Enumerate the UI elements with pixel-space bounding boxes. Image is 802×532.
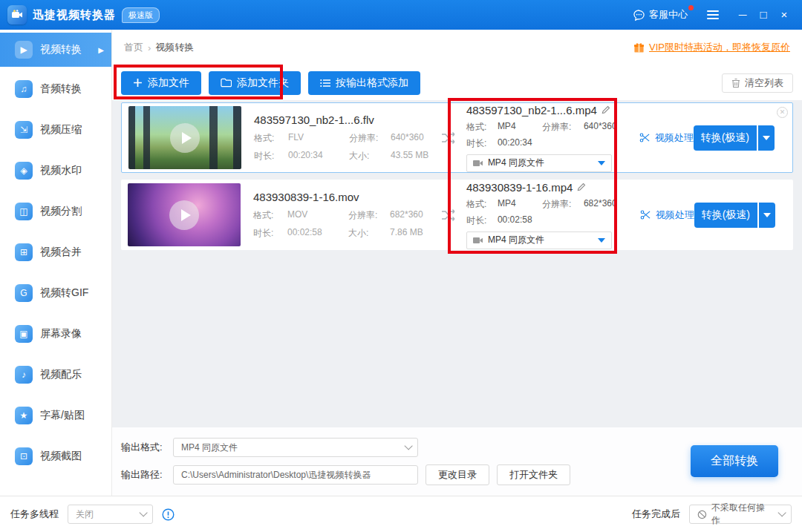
sidebar-item-video-snapshot[interactable]: ⊡ 视频截图 [0, 438, 111, 475]
breadcrumb-home[interactable]: 首页 [124, 41, 143, 54]
output-profile-dropdown[interactable]: MP4 同原文件 [466, 231, 612, 249]
scissors-icon [640, 209, 651, 220]
prohibition-icon [697, 510, 707, 519]
convert-options-caret[interactable] [759, 203, 775, 228]
source-filename: 483930839-1-16.mov [253, 191, 434, 203]
output-path-input[interactable] [173, 465, 418, 485]
video-convert-icon: ▶ [15, 41, 33, 59]
chevron-down-icon [778, 508, 786, 516]
output-format: MP4 [498, 121, 542, 134]
convert-button[interactable]: 转换(极速) [694, 125, 775, 151]
output-resolution: 640*360 [584, 121, 626, 134]
sidebar-item-video-merge[interactable]: ⊞ 视频合并 [0, 234, 111, 271]
add-file-button[interactable]: 添加文件 [121, 71, 201, 95]
video-compress-icon: ⇲ [15, 121, 33, 139]
audio-convert-icon: ♫ [15, 80, 33, 98]
file-list: 483597130_nb2-1...6.flv 格式:FLV 分辨率:640*3… [112, 100, 802, 427]
output-settings-panel: 输出格式: MP4 同原文件 输出路径: 更改目录 打开文件夹 全部转换 [112, 427, 802, 496]
sidebar-item-screen-record[interactable]: ▣ 屏幕录像 [0, 315, 111, 352]
output-format: MP4 [498, 198, 542, 211]
titlebar: 迅捷视频转换器 极速版 客服中心 ─ □ × [0, 0, 802, 30]
folder-icon [221, 78, 232, 88]
menu-icon[interactable] [707, 8, 719, 22]
video-split-icon: ◫ [15, 203, 33, 220]
sidebar-item-video-convert[interactable]: ▶ 视频转换 ▶ [0, 33, 111, 67]
sidebar-item-video-watermark[interactable]: ◈ 视频水印 [0, 152, 111, 189]
play-icon[interactable] [170, 123, 200, 153]
breadcrumb: 首页 › 视频转换 VIP限时特惠活动，即将恢复原价 [112, 30, 802, 65]
video-process-link[interactable]: 视频处理 [639, 131, 694, 145]
sidebar-item-audio-convert[interactable]: ♫ 音频转换 [0, 70, 111, 108]
vip-promo-link[interactable]: VIP限时特惠活动，即将恢复原价 [633, 41, 790, 54]
customer-service-button[interactable]: 客服中心 [633, 8, 688, 22]
video-merge-icon: ⊞ [15, 243, 33, 261]
list-icon [320, 79, 330, 88]
camera-icon [473, 237, 483, 244]
output-profile-dropdown[interactable]: MP4 同原文件 [466, 154, 612, 172]
source-resolution: 682*360 [390, 209, 434, 222]
chevron-right-icon: ▶ [98, 46, 104, 54]
convert-options-caret[interactable] [758, 125, 775, 151]
video-thumbnail-1[interactable] [128, 106, 241, 169]
output-info: 483930839-1-16.mp4 格式:MP4 分辨率:682*360 时长… [466, 181, 627, 249]
sidebar-item-video-compress[interactable]: ⇲ 视频压缩 [0, 111, 111, 148]
output-format-select[interactable]: MP4 同原文件 [173, 438, 418, 457]
edition-badge: 极速版 [122, 7, 160, 23]
convert-arrows-icon [434, 131, 463, 145]
toolbar: 添加文件 添加文件夹 按输出格式添加 清空列表 [112, 65, 802, 100]
edit-filename-icon[interactable] [602, 105, 610, 114]
info-icon[interactable] [162, 508, 175, 521]
output-resolution: 682*360 [584, 198, 627, 211]
convert-button[interactable]: 转换(极速) [694, 203, 775, 228]
output-info: 483597130_nb2-1...6.mp4 格式:MP4 分辨率:640*3… [466, 104, 626, 172]
subtitle-sticker-icon: ★ [15, 407, 33, 424]
source-format: MOV [287, 209, 348, 222]
open-folder-button[interactable]: 打开文件夹 [497, 464, 570, 485]
source-size: 7.86 MB [390, 227, 434, 240]
edit-filename-icon[interactable] [577, 183, 586, 191]
add-by-format-button[interactable]: 按输出格式添加 [308, 71, 420, 95]
convert-all-button[interactable]: 全部转换 [691, 445, 778, 477]
add-folder-button[interactable]: 添加文件夹 [209, 71, 301, 95]
output-duration: 00:02:58 [498, 214, 542, 227]
remove-file-icon[interactable]: ✕ [777, 107, 788, 118]
source-info: 483597130_nb2-1...6.flv 格式:FLV 分辨率:640*3… [254, 114, 434, 162]
play-icon[interactable] [169, 200, 199, 230]
multithread-select[interactable]: 关闭 [68, 505, 153, 524]
output-path-label: 输出路径: [121, 468, 173, 482]
output-duration: 00:20:34 [498, 137, 542, 150]
video-thumbnail-2[interactable] [128, 183, 241, 246]
sidebar-item-subtitle-sticker[interactable]: ★ 字幕/贴图 [0, 397, 111, 434]
trash-icon [731, 78, 740, 88]
file-row-2[interactable]: 483930839-1-16.mov 格式:MOV 分辨率:682*360 时长… [121, 180, 793, 250]
plus-icon [133, 78, 143, 88]
chevron-down-icon [404, 441, 412, 450]
screen-record-icon: ▣ [15, 325, 33, 343]
change-directory-button[interactable]: 更改目录 [426, 464, 489, 485]
footer: 任务多线程 关闭 任务完成后 不采取任何操作 [0, 496, 802, 532]
close-button[interactable]: × [774, 0, 795, 30]
chat-bubble-icon [633, 9, 645, 22]
sidebar-item-video-split[interactable]: ◫ 视频分割 [0, 193, 111, 230]
source-format: FLV [288, 132, 349, 145]
main-area: 首页 › 视频转换 VIP限时特惠活动，即将恢复原价 添加文件 添加文件夹 按输… [112, 30, 802, 496]
app-logo-icon [7, 5, 27, 24]
sidebar-item-video-to-gif[interactable]: G 视频转GIF [0, 275, 111, 312]
maximize-button[interactable]: □ [753, 0, 774, 30]
notification-dot [688, 5, 694, 10]
sidebar-item-video-music[interactable]: ♪ 视频配乐 [0, 356, 111, 393]
app-title: 迅捷视频转换器 [33, 8, 116, 22]
chevron-down-icon [139, 508, 147, 516]
clear-list-button[interactable]: 清空列表 [722, 73, 793, 93]
minimize-button[interactable]: ─ [732, 0, 753, 30]
camera-icon [473, 160, 483, 167]
after-task-select[interactable]: 不采取任何操作 [689, 505, 792, 524]
video-snapshot-icon: ⊡ [15, 447, 33, 465]
output-filename: 483597130_nb2-1...6.mp4 [466, 104, 597, 116]
file-row-1[interactable]: 483597130_nb2-1...6.flv 格式:FLV 分辨率:640*3… [121, 102, 793, 173]
gift-icon [633, 42, 645, 53]
multithread-label: 任务多线程 [10, 508, 59, 521]
source-info: 483930839-1-16.mov 格式:MOV 分辨率:682*360 时长… [253, 191, 434, 240]
video-process-link[interactable]: 视频处理 [640, 208, 694, 222]
source-size: 43.55 MB [391, 150, 434, 162]
